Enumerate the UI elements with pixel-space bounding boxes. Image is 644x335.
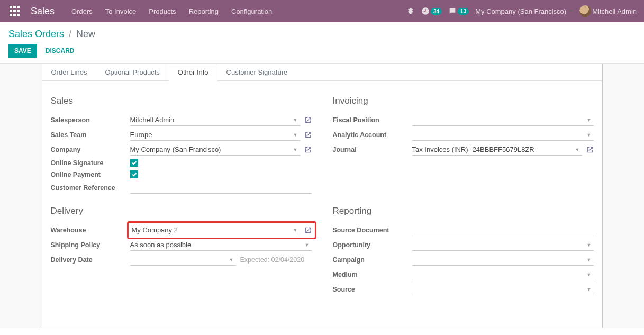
label-delivery-date: Delivery Date [51,252,130,267]
opportunity-field[interactable]: ▼ [412,239,594,251]
breadcrumb-root[interactable]: Sales Orders [8,29,64,39]
external-link-icon[interactable] [304,131,312,139]
source-document-input[interactable] [412,224,594,236]
chat-icon [448,7,457,15]
external-link-icon[interactable] [304,146,312,153]
label-journal: Journal [333,142,412,157]
company-field[interactable]: ▼ [130,144,300,156]
save-button[interactable]: SAVE [8,44,37,58]
tab-order-lines[interactable]: Order Lines [42,64,96,81]
salesperson-field[interactable]: ▼ [130,114,300,126]
caret-down-icon[interactable]: ▼ [291,132,300,138]
company-switcher[interactable]: My Company (San Francisco) [475,7,573,15]
delivery-title: Delivery [51,206,312,216]
campaign-input[interactable] [412,255,585,264]
sales-team-input[interactable] [130,130,291,139]
debug-menu[interactable] [406,7,415,15]
warehouse-input[interactable] [132,225,291,234]
caret-down-icon[interactable]: ▼ [585,272,594,277]
medium-input[interactable] [412,270,585,279]
label-medium: Medium [333,267,412,282]
delivery-expected-label: Expected: 02/04/2020 [240,256,305,264]
company-name: My Company (San Francisco) [475,7,566,15]
form-buttons: SAVE DISCARD [8,44,636,58]
label-online-signature: Online Signature [51,157,130,169]
online-payment-checkbox[interactable] [130,170,138,178]
tab-content: Sales Salesperson ▼ Sales Team [42,81,602,313]
messages-button[interactable]: 13 [448,7,469,15]
app-brand[interactable]: Sales [31,6,55,17]
warehouse-field[interactable]: ▼ [132,224,300,236]
apps-icon[interactable] [8,5,21,17]
nav-orders[interactable]: Orders [65,2,99,21]
salesperson-input[interactable] [130,115,291,124]
caret-down-icon[interactable]: ▼ [585,242,594,248]
caret-down-icon [569,9,573,13]
label-source-document: Source Document [333,223,412,238]
caret-down-icon[interactable]: ▼ [585,257,594,262]
activities-badge: 34 [431,8,442,15]
journal-field[interactable]: ▼ [412,144,582,156]
tab-other-info[interactable]: Other Info [169,64,217,81]
caret-down-icon[interactable]: ▼ [303,242,312,248]
invoicing-group: Invoicing Fiscal Position ▼ Analytic Acc… [333,89,594,297]
control-panel: Sales Orders / New SAVE DISCARD [0,22,644,64]
messages-badge: 13 [458,8,469,15]
group-row-1: Sales Salesperson ▼ Sales Team [51,89,594,297]
fiscal-position-input[interactable] [412,115,585,124]
source-field[interactable]: ▼ [412,284,594,295]
discard-button[interactable]: DISCARD [40,44,80,58]
form-sheet: Order Lines Optional Products Other Info… [42,64,603,328]
nav-reporting[interactable]: Reporting [183,2,225,21]
campaign-field[interactable]: ▼ [412,254,594,266]
caret-down-icon[interactable]: ▼ [585,287,594,292]
bug-icon [406,7,415,15]
analytic-account-field[interactable]: ▼ [412,129,594,141]
caret-down-icon[interactable]: ▼ [585,117,594,123]
label-sales-team: Sales Team [51,128,130,142]
user-name: Mitchell Admin [592,7,637,15]
label-fiscal-position: Fiscal Position [333,113,412,128]
external-link-icon[interactable] [304,227,312,234]
caret-down-icon[interactable]: ▼ [227,257,236,262]
caret-down-icon[interactable]: ▼ [291,228,300,233]
clock-icon [421,7,430,15]
customer-reference-input[interactable] [130,182,312,194]
journal-input[interactable] [412,145,573,154]
label-campaign: Campaign [333,252,412,267]
fiscal-position-field[interactable]: ▼ [412,114,594,126]
caret-down-icon[interactable]: ▼ [573,147,582,152]
shipping-policy-field[interactable]: ▼ [130,239,312,251]
nav-products[interactable]: Products [142,2,182,21]
activities-button[interactable]: 34 [421,7,442,15]
notebook-tabs: Order Lines Optional Products Other Info… [42,64,602,81]
external-link-icon[interactable] [586,146,594,153]
analytic-account-input[interactable] [412,130,585,139]
breadcrumb-current: New [76,29,95,39]
user-menu[interactable]: Mitchell Admin [579,5,637,17]
source-input[interactable] [412,285,585,294]
online-signature-checkbox[interactable] [130,159,138,167]
caret-down-icon[interactable]: ▼ [291,147,300,152]
nav-configuration[interactable]: Configuration [225,2,278,21]
label-online-payment: Online Payment [51,169,130,180]
sales-team-field[interactable]: ▼ [130,129,300,141]
warehouse-highlight: ▼ [127,221,316,239]
label-salesperson: Salesperson [51,113,130,128]
company-input[interactable] [130,145,291,154]
medium-field[interactable]: ▼ [412,269,594,280]
label-customer-reference: Customer Reference [51,180,130,195]
nav-to-invoice[interactable]: To Invoice [99,2,143,21]
caret-down-icon[interactable]: ▼ [585,132,594,138]
tab-customer-signature[interactable]: Customer Signature [217,64,297,81]
main-nav: Orders To Invoice Products Reporting Con… [65,2,278,21]
shipping-policy-input[interactable] [130,240,303,249]
delivery-date-field[interactable]: ▼ [130,254,236,266]
caret-down-icon[interactable]: ▼ [291,117,300,123]
opportunity-input[interactable] [412,240,585,249]
external-link-icon[interactable] [304,116,312,124]
breadcrumb-sep: / [69,29,71,39]
tab-optional-products[interactable]: Optional Products [96,64,168,81]
label-source: Source [333,282,412,297]
invoicing-title: Invoicing [333,96,594,106]
